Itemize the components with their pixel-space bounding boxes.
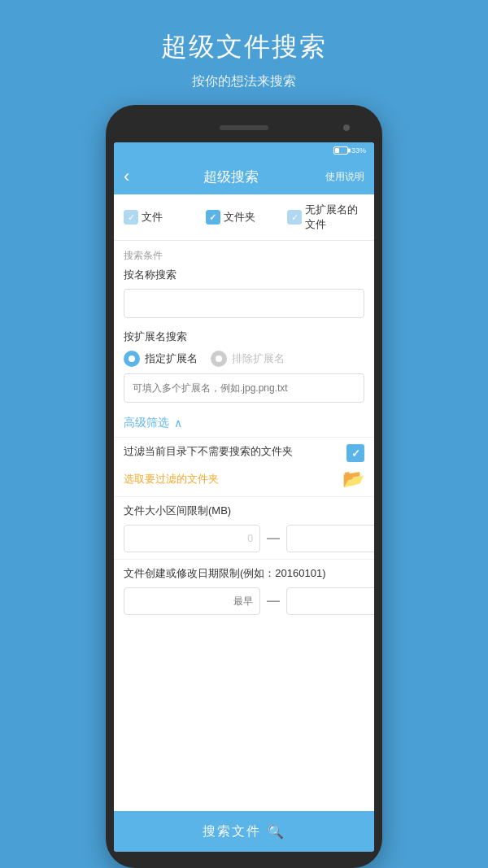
file-type-folder[interactable]: 文件夹 [206, 210, 283, 225]
folder-open-icon[interactable]: 📂 [342, 469, 364, 490]
date-section: 文件创建或修改日期限制(例如：20160101) — [114, 559, 374, 622]
section-label-conditions: 搜索条件 [124, 249, 364, 263]
date-range-row: — [124, 587, 364, 615]
camera [343, 124, 350, 131]
chevron-up-icon: ∧ [174, 417, 182, 430]
radio-exclude-circle[interactable] [211, 351, 227, 367]
ext-search-section: 按扩展名搜索 指定扩展名 排除扩展名 [114, 325, 374, 409]
size-range-dash: — [267, 531, 280, 546]
select-folder-label[interactable]: 选取要过滤的文件夹 [124, 472, 219, 486]
phone-device: 33% ‹ 超级搜索 使用说明 文件 文件夹 [106, 105, 382, 868]
folder-checkbox[interactable] [206, 210, 220, 225]
phone-top-bar [114, 116, 374, 139]
size-range-row: — [124, 525, 364, 552]
back-button[interactable]: ‹ [124, 168, 129, 185]
radio-exclude-ext[interactable]: 排除扩展名 [211, 351, 285, 367]
speaker [220, 125, 268, 130]
search-conditions-section: 搜索条件 按名称搜索 [114, 241, 374, 325]
file-checkbox[interactable] [124, 210, 138, 225]
date-from-input[interactable] [124, 587, 260, 615]
file-type-file-label: 文件 [142, 210, 163, 225]
search-button[interactable]: 搜索文件 🔍 [114, 811, 374, 852]
filter-row: 过滤当前目录下不需要搜索的文件夹 [124, 444, 364, 462]
page-title: 超级文件搜索 [161, 29, 327, 65]
phone-screen: 33% ‹ 超级搜索 使用说明 文件 文件夹 [114, 142, 374, 852]
name-search-label: 按名称搜索 [124, 268, 364, 282]
radio-specify-ext[interactable]: 指定扩展名 [124, 351, 198, 367]
size-from-input[interactable] [124, 525, 260, 552]
size-section: 文件大小区间限制(MB) — [114, 496, 374, 559]
content-area: 文件 文件夹 无扩展名的文件 搜索条件 按名称搜索 按扩展名搜索 [114, 194, 374, 811]
app-bar-title: 超级搜索 [136, 168, 325, 186]
filter-folder-text: 过滤当前目录下不需要搜索的文件夹 [124, 444, 340, 459]
help-button[interactable]: 使用说明 [325, 170, 364, 184]
select-folder-row: 选取要过滤的文件夹 📂 [124, 469, 364, 490]
date-range-dash: — [267, 594, 280, 608]
radio-specify-circle[interactable] [124, 351, 140, 367]
file-type-folder-label: 文件夹 [224, 210, 255, 225]
size-label: 文件大小区间限制(MB) [124, 504, 364, 518]
date-to-input[interactable] [286, 587, 374, 615]
app-bar: ‹ 超级搜索 使用说明 [114, 159, 374, 194]
battery-icon [333, 146, 348, 155]
filter-folder-checkbox[interactable] [346, 444, 364, 462]
date-label: 文件创建或修改日期限制(例如：20160101) [124, 566, 364, 581]
name-search-input[interactable] [124, 289, 364, 318]
battery-indicator: 33% [333, 146, 366, 155]
radio-exclude-label: 排除扩展名 [232, 351, 285, 366]
ext-search-label: 按扩展名搜索 [124, 329, 364, 344]
size-to-input[interactable] [286, 525, 374, 552]
file-type-noext[interactable]: 无扩展名的文件 [287, 203, 364, 232]
file-type-row: 文件 文件夹 无扩展名的文件 [114, 194, 374, 241]
battery-fill [335, 148, 339, 153]
search-button-label: 搜索文件 [203, 823, 261, 840]
radio-specify-label: 指定扩展名 [145, 351, 198, 366]
file-type-noext-label: 无扩展名的文件 [305, 203, 364, 232]
file-type-file[interactable]: 文件 [124, 210, 201, 225]
advanced-toggle[interactable]: 高级筛选 ∧ [114, 409, 374, 437]
status-bar: 33% [114, 142, 374, 159]
battery-text: 33% [351, 146, 366, 155]
radio-row: 指定扩展名 排除扩展名 [124, 351, 364, 367]
advanced-label: 高级筛选 [124, 416, 169, 430]
noext-checkbox[interactable] [287, 210, 302, 225]
search-icon: 🔍 [268, 824, 285, 840]
page-subtitle: 按你的想法来搜索 [161, 73, 327, 90]
ext-search-input[interactable] [124, 373, 364, 403]
filter-folder-section: 过滤当前目录下不需要搜索的文件夹 选取要过滤的文件夹 📂 [114, 437, 374, 496]
